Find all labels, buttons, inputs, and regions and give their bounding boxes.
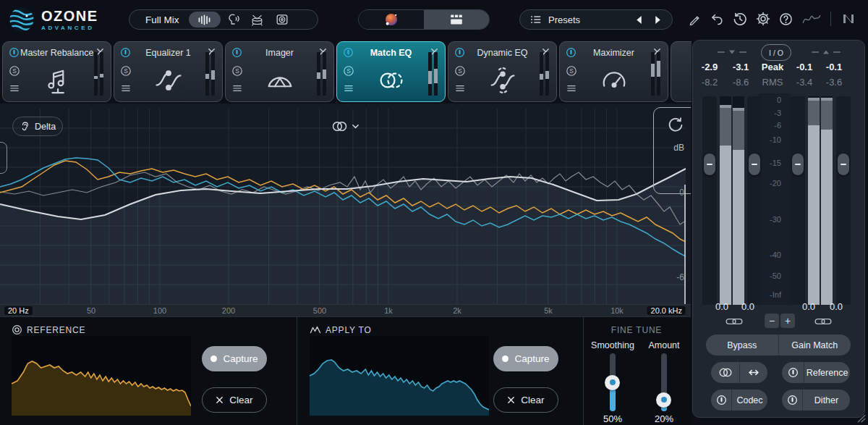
apply-to-title: APPLY TO: [326, 325, 372, 335]
apply-to-clear-button[interactable]: Clear: [493, 387, 558, 413]
imager-icon: [264, 64, 296, 96]
power-icon: [787, 395, 798, 405]
modules-view-button[interactable]: [424, 10, 489, 29]
instrument-focus-button[interactable]: [270, 12, 294, 28]
history-icon[interactable]: [733, 12, 747, 26]
fader-track: [702, 96, 717, 305]
gain-match-label: Gain Match: [791, 340, 838, 350]
output-gain-fader[interactable]: [792, 153, 804, 175]
module-menu-icon[interactable]: [566, 84, 576, 93]
amount-slider[interactable]: [656, 353, 672, 423]
module-solo-button[interactable]: S: [343, 65, 354, 77]
freq-tick-label: 100: [153, 306, 166, 315]
reference-clear-button[interactable]: Clear: [202, 387, 267, 413]
module-power-icon[interactable]: [343, 47, 354, 58]
fader-track: [747, 96, 762, 305]
drums-icon: [250, 14, 264, 26]
gain-minus-button[interactable]: −: [765, 314, 779, 328]
left-edge-handle[interactable]: [0, 142, 7, 174]
db-unit-label: dB: [673, 143, 684, 153]
reference-button[interactable]: Reference: [804, 362, 850, 383]
output-link-icon[interactable]: [814, 316, 832, 327]
next-preset-button[interactable]: [655, 15, 661, 25]
presets-selector[interactable]: Presets: [519, 9, 673, 30]
gain-plus-button[interactable]: +: [780, 314, 795, 328]
detailed-view-button[interactable]: [359, 10, 424, 29]
settings-gear-icon[interactable]: [756, 12, 770, 26]
slider-thumb[interactable]: [656, 392, 671, 408]
clear-label: Clear: [229, 395, 252, 405]
input-gain-fader[interactable]: [749, 153, 760, 175]
module-card[interactable]: Dynamic EQ S: [448, 41, 557, 102]
spectrum-plot: [0, 109, 686, 304]
input-collapse-control[interactable]: [709, 50, 755, 54]
bypass-button[interactable]: Bypass: [706, 334, 778, 355]
full-mix-button[interactable]: [189, 12, 221, 28]
module-solo-button[interactable]: S: [9, 65, 20, 77]
module-power-icon[interactable]: [231, 47, 242, 58]
drums-focus-button[interactable]: [245, 12, 270, 28]
ni-logo: [840, 13, 857, 25]
dither-power-icon[interactable]: [782, 390, 802, 411]
stereo-mode-button[interactable]: [711, 362, 739, 383]
reference-power-icon[interactable]: [782, 362, 804, 383]
codec-power-icon[interactable]: [711, 390, 731, 411]
power-icon: [788, 367, 799, 378]
channel-view-selector[interactable]: [331, 120, 359, 132]
codec-button[interactable]: Codec: [731, 390, 767, 411]
module-card[interactable]: Equalizer 1 S: [114, 41, 223, 102]
module-card[interactable]: Match EQ S: [336, 41, 446, 102]
gain-value: 0.0: [795, 301, 822, 312]
reset-icon[interactable]: [667, 117, 684, 134]
reference-title: REFERENCE: [27, 325, 85, 335]
freq-tick-label: 20.0 kHz: [647, 306, 686, 315]
input-meter-left: [720, 96, 731, 305]
input-gain-fader[interactable]: [704, 153, 715, 175]
module-solo-button[interactable]: S: [454, 65, 466, 77]
apply-to-capture-button[interactable]: Capture: [493, 346, 558, 371]
module-menu-icon[interactable]: [232, 84, 242, 93]
meter-value: -2.9: [694, 62, 726, 72]
io-button[interactable]: I / O: [761, 44, 791, 61]
bypass-gainmatch-group: Bypass Gain Match: [706, 334, 851, 355]
module-menu-icon[interactable]: [455, 84, 465, 93]
modules-icon: [449, 13, 464, 26]
smoothing-slider[interactable]: [605, 353, 621, 423]
module-power-icon[interactable]: [566, 47, 576, 58]
slider-thumb[interactable]: [605, 375, 620, 390]
module-solo-button[interactable]: S: [231, 65, 243, 77]
gain-match-button[interactable]: Gain Match: [778, 334, 851, 355]
freq-tick-label: 20 Hz: [4, 306, 33, 315]
module-card-empty: [671, 41, 692, 102]
input-link-icon[interactable]: [726, 316, 743, 327]
brand: OZONE ADVANCED: [9, 7, 98, 33]
module-power-icon[interactable]: [120, 47, 131, 58]
resize-grip-icon[interactable]: [856, 413, 866, 423]
edit-pencil-icon[interactable]: [689, 13, 701, 25]
output-gain-fader[interactable]: [838, 153, 849, 175]
module-card[interactable]: Imager S: [225, 41, 334, 102]
svg-text:S: S: [12, 67, 17, 75]
module-power-icon[interactable]: [454, 47, 465, 58]
spectrum-view[interactable]: dB0-6 Delta 20 Hz501002005001k2k5k10k20.…: [0, 104, 691, 316]
reference-capture-button[interactable]: Capture: [202, 346, 267, 371]
module-meter: [540, 52, 549, 96]
module-power-icon[interactable]: [9, 47, 20, 58]
module-menu-icon[interactable]: [121, 84, 131, 93]
output-collapse-control[interactable]: [803, 50, 849, 54]
module-card[interactable]: Master Rebalance S: [2, 41, 111, 102]
undo-icon[interactable]: [710, 12, 724, 25]
dither-button[interactable]: Dither: [802, 390, 850, 411]
signature-icon: [801, 13, 822, 25]
mid-side-button[interactable]: [739, 362, 767, 383]
module-solo-button[interactable]: S: [566, 65, 577, 77]
channel-mode-group: [711, 362, 767, 383]
help-icon[interactable]: [779, 12, 793, 26]
module-solo-button[interactable]: S: [120, 65, 132, 77]
delta-button[interactable]: Delta: [12, 117, 63, 136]
previous-preset-button[interactable]: [636, 15, 642, 25]
module-card[interactable]: Maximizer S: [559, 41, 668, 102]
module-menu-icon[interactable]: [9, 84, 20, 93]
vocal-focus-button[interactable]: [221, 12, 245, 28]
module-menu-icon[interactable]: [344, 84, 354, 93]
